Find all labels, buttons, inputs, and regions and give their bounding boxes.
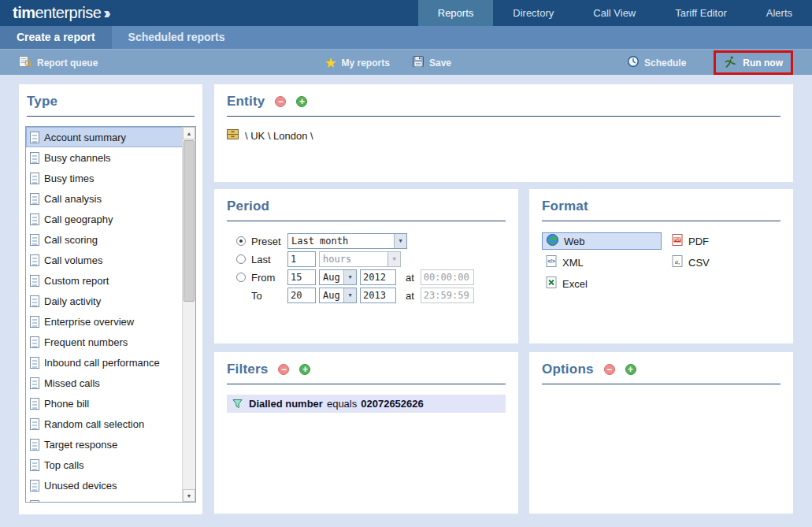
- type-item-partial[interactable]: [26, 495, 195, 503]
- filter-field: Dialled number: [249, 398, 323, 410]
- format-option-csv[interactable]: a, CSV: [668, 254, 780, 271]
- tab-create-a-report[interactable]: Create a report: [0, 26, 112, 49]
- nav-tab-tariff-editor[interactable]: Tariff Editor: [655, 0, 747, 26]
- preset-label: Preset: [251, 236, 287, 247]
- excel-icon: [546, 276, 557, 291]
- save-button[interactable]: Save: [413, 50, 451, 76]
- report-doc-icon: [30, 336, 39, 348]
- entity-remove-icon[interactable]: [275, 96, 286, 107]
- funnel-icon: [232, 399, 243, 409]
- format-option-label: PDF: [688, 236, 709, 247]
- xml-icon: </>: [546, 255, 557, 269]
- svg-text:a,: a,: [675, 258, 680, 265]
- filter-remove-icon[interactable]: [278, 364, 289, 375]
- type-item-frequent-numbers[interactable]: Frequent numbers: [26, 332, 195, 352]
- report-toolbar: Report queue My reports Save Schedule Ru…: [0, 49, 812, 75]
- type-item-inbound-call-performance[interactable]: Inbound call performance: [26, 352, 195, 373]
- last-value-input[interactable]: [287, 251, 316, 267]
- type-item-label: Custom report: [44, 275, 109, 287]
- from-time-input[interactable]: [421, 269, 474, 285]
- scrollbar-thumb[interactable]: [184, 140, 195, 302]
- nav-tab-alerts[interactable]: Alerts: [747, 0, 812, 26]
- schedule-button[interactable]: Schedule: [628, 50, 686, 76]
- report-doc-icon: [30, 132, 39, 143]
- last-radio[interactable]: [236, 254, 246, 264]
- format-option-label: CSV: [688, 257, 710, 269]
- entity-path[interactable]: \ UK \ London \: [245, 130, 313, 142]
- report-doc-icon: [30, 439, 39, 451]
- filter-add-icon[interactable]: [299, 364, 310, 375]
- to-label: To: [251, 290, 287, 302]
- from-radio[interactable]: [236, 273, 246, 282]
- report-doc-icon: [30, 500, 39, 503]
- type-item-random-call-selection[interactable]: Random call selection: [26, 414, 195, 434]
- type-item-daily-activity[interactable]: Daily activity: [26, 291, 195, 311]
- nav-tab-call-view[interactable]: Call View: [573, 0, 655, 26]
- type-item-busy-channels[interactable]: Busy channels: [26, 147, 195, 168]
- last-label: Last: [251, 254, 287, 265]
- pdf-icon: PDF: [672, 234, 683, 248]
- type-item-label: Daily activity: [44, 295, 101, 307]
- type-item-label: Missed calls: [44, 377, 100, 389]
- to-month-value: Aug: [320, 290, 343, 301]
- my-reports-button[interactable]: My reports: [325, 50, 390, 76]
- scroll-up-icon[interactable]: [183, 127, 195, 139]
- type-item-label: Busy times: [44, 173, 95, 184]
- star-icon: [325, 57, 336, 69]
- type-item-top-calls[interactable]: Top calls: [26, 455, 195, 475]
- filter-row[interactable]: Dialled number equals 02072652626: [227, 395, 506, 413]
- format-option-pdf[interactable]: PDF PDF: [668, 232, 780, 250]
- type-item-account-summary[interactable]: Account summary: [26, 127, 195, 147]
- globe-icon: [547, 234, 558, 248]
- entity-add-icon[interactable]: [296, 96, 307, 107]
- type-item-busy-times[interactable]: Busy times: [26, 168, 195, 188]
- from-year-input[interactable]: [360, 269, 396, 285]
- nav-tab-directory[interactable]: Directory: [493, 0, 573, 26]
- run-now-button[interactable]: Run now: [743, 58, 783, 69]
- format-option-xml[interactable]: </> XML: [542, 254, 668, 271]
- filters-panel: Filters Dialled number equals 0207265262…: [214, 352, 518, 514]
- option-remove-icon[interactable]: [604, 364, 615, 375]
- to-time-input[interactable]: [421, 288, 474, 303]
- type-item-call-geography[interactable]: Call geography: [26, 209, 195, 229]
- format-option-excel[interactable]: Excel: [542, 275, 668, 292]
- report-doc-icon: [30, 275, 39, 287]
- to-year-input[interactable]: [360, 288, 396, 303]
- scrollbar[interactable]: [182, 127, 195, 502]
- save-label: Save: [429, 58, 451, 69]
- last-unit-select[interactable]: hours: [319, 251, 401, 267]
- preset-radio[interactable]: [236, 236, 246, 246]
- run-now-annotation-highlight: Run now: [714, 50, 793, 75]
- type-item-phone-bill[interactable]: Phone bill: [26, 393, 195, 414]
- to-day-input[interactable]: [287, 288, 316, 303]
- preset-select-value: Last month: [288, 236, 394, 247]
- type-item-call-volumes[interactable]: Call volumes: [26, 250, 195, 270]
- option-add-icon[interactable]: [625, 364, 636, 375]
- app-logo[interactable]: timenterprise: [13, 4, 108, 22]
- tab-scheduled-reports[interactable]: Scheduled reports: [112, 26, 242, 49]
- type-item-custom-report[interactable]: Custom report: [26, 270, 195, 291]
- report-doc-icon: [30, 152, 39, 164]
- type-item-missed-calls[interactable]: Missed calls: [26, 373, 195, 393]
- report-doc-icon: [30, 234, 39, 246]
- filter-value: 02072652626: [361, 398, 424, 410]
- filters-panel-title: Filters: [227, 362, 268, 377]
- type-item-call-analysis[interactable]: Call analysis: [26, 188, 195, 209]
- type-item-call-scoring[interactable]: Call scoring: [26, 229, 195, 250]
- type-item-enterprise-overview[interactable]: Enterprise overview: [26, 311, 195, 332]
- format-option-web[interactable]: Web: [542, 232, 662, 250]
- type-item-target-response[interactable]: Target response: [26, 434, 195, 455]
- from-month-select[interactable]: Aug: [319, 269, 357, 285]
- csv-icon: a,: [672, 255, 683, 269]
- format-panel-title: Format: [542, 199, 588, 214]
- last-unit-value: hours: [320, 254, 387, 265]
- to-month-select[interactable]: Aug: [319, 288, 357, 303]
- preset-select[interactable]: Last month: [287, 233, 407, 249]
- nav-tab-reports[interactable]: Reports: [418, 0, 494, 26]
- report-doc-icon: [30, 193, 39, 205]
- report-queue-button[interactable]: Report queue: [19, 50, 98, 76]
- type-item-unused-devices[interactable]: Unused devices: [26, 475, 195, 495]
- report-doc-icon: [30, 316, 39, 328]
- from-day-input[interactable]: [287, 269, 316, 285]
- scroll-down-icon[interactable]: [183, 489, 195, 502]
